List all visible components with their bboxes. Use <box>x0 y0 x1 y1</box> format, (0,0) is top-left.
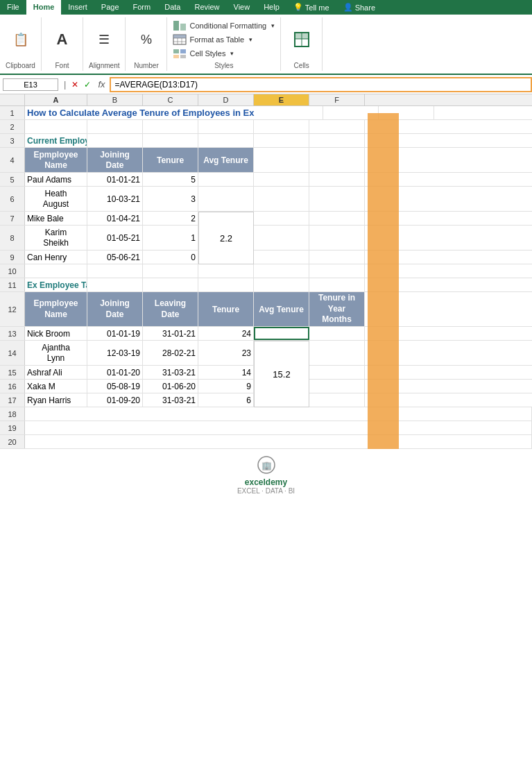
cell-a12[interactable]: EpmployeeName <box>25 292 87 326</box>
cell-a2[interactable] <box>25 120 87 133</box>
cell-f4[interactable] <box>309 148 365 172</box>
cell-e11[interactable] <box>254 278 309 291</box>
cell-b14[interactable]: 12-03-19 <box>87 341 143 365</box>
tab-data[interactable]: Data <box>157 0 187 15</box>
cell-a9[interactable]: Can Henry <box>25 251 87 264</box>
cell-b8[interactable]: 01-05-21 <box>87 226 143 250</box>
cell-d6[interactable] <box>198 187 254 211</box>
cell-c12[interactable]: LeavingDate <box>143 292 198 326</box>
cell-a7[interactable]: Mike Bale <box>25 212 87 225</box>
cell-f14[interactable] <box>309 341 365 365</box>
cell-e1[interactable] <box>323 106 379 119</box>
cell-b7[interactable]: 01-04-21 <box>87 212 143 225</box>
cells-button[interactable] <box>289 28 314 51</box>
cell-d12[interactable]: Tenure <box>198 292 254 326</box>
tab-file[interactable]: File <box>0 0 26 15</box>
cell-b12[interactable]: JoiningDate <box>87 292 143 326</box>
col-header-a[interactable]: A <box>25 94 87 105</box>
font-button[interactable]: A <box>50 28 75 51</box>
cell-c11[interactable] <box>143 278 198 291</box>
formula-cancel-icon[interactable]: ✕ <box>69 80 81 90</box>
tab-form[interactable]: Form <box>126 0 158 15</box>
cell-f1[interactable] <box>379 106 434 119</box>
tab-page[interactable]: Page <box>94 0 126 15</box>
cell-reference-input[interactable] <box>3 78 58 91</box>
cell-a17[interactable]: Ryan Harris <box>25 393 87 407</box>
cell-a6[interactable]: HeathAugust <box>25 187 87 211</box>
cell-d16[interactable]: 9 <box>198 380 254 393</box>
cell-b6[interactable]: 10-03-21 <box>87 187 143 211</box>
cell-b9[interactable]: 05-06-21 <box>87 251 143 264</box>
cell-c8[interactable]: 1 <box>143 226 198 250</box>
tab-tell-me[interactable]: 💡 Tell me <box>286 0 336 15</box>
cell-d2[interactable] <box>198 120 254 133</box>
cell-c5[interactable]: 5 <box>143 173 198 186</box>
cell-f13[interactable] <box>309 327 365 340</box>
cell-b16[interactable]: 05-08-19 <box>87 380 143 393</box>
cell-b2[interactable] <box>87 120 143 133</box>
cell-e7[interactable] <box>254 212 309 225</box>
cell-e4[interactable] <box>254 148 309 172</box>
cell-f9[interactable] <box>309 251 365 264</box>
cell-c16[interactable]: 01-06-20 <box>143 380 198 393</box>
tab-share[interactable]: 👤 Share <box>336 0 382 15</box>
cell-f8[interactable] <box>309 226 365 250</box>
cell-b11[interactable] <box>87 278 143 291</box>
cell-e3[interactable] <box>254 134 309 147</box>
cell-b17[interactable]: 01-09-20 <box>87 393 143 407</box>
format-as-table-btn[interactable]: Format as Table ▾ <box>173 33 275 46</box>
cell-c7[interactable]: 2 <box>143 212 198 225</box>
cell-f2[interactable] <box>309 120 365 133</box>
cell-a11[interactable]: Ex Employee Table <box>25 278 87 291</box>
cell-d11[interactable] <box>198 278 254 291</box>
cell-d17[interactable]: 6 <box>198 393 254 407</box>
cell-b10[interactable] <box>87 264 143 278</box>
cell-a10[interactable] <box>25 264 87 278</box>
cell-b13[interactable]: 01-01-19 <box>87 327 143 340</box>
col-header-f[interactable]: F <box>309 94 365 105</box>
cell-f5[interactable] <box>309 173 365 186</box>
cell-b4[interactable]: JoiningDate <box>87 148 143 172</box>
cell-a14[interactable]: AjanthaLynn <box>25 341 87 365</box>
cell-d5[interactable] <box>198 173 254 186</box>
cell-a3[interactable]: Current Employee Table <box>25 134 87 147</box>
cell-b5[interactable]: 01-01-21 <box>87 173 143 186</box>
cell-e12[interactable]: Avg Tenure <box>254 292 309 326</box>
alignment-button[interactable]: ☰ <box>92 28 117 51</box>
cell-c17[interactable]: 31-03-21 <box>143 393 198 407</box>
cell-f11[interactable] <box>309 278 365 291</box>
cell-f7[interactable] <box>309 212 365 225</box>
cell-d4[interactable]: Avg Tenure <box>198 148 254 172</box>
tab-insert[interactable]: Insert <box>61 0 94 15</box>
cell-e6[interactable] <box>254 187 309 211</box>
col-header-c[interactable]: C <box>143 94 198 105</box>
cell-e10[interactable] <box>254 264 309 278</box>
cell-d3[interactable] <box>198 134 254 147</box>
cell-c4[interactable]: Tenure <box>143 148 198 172</box>
tab-view[interactable]: View <box>227 0 257 15</box>
cell-a8[interactable]: KarimSheikh <box>25 226 87 250</box>
cell-c2[interactable] <box>143 120 198 133</box>
cell-empty-20[interactable] <box>25 435 532 448</box>
cell-c6[interactable]: 3 <box>143 187 198 211</box>
cell-e8[interactable] <box>254 226 309 250</box>
cell-b15[interactable]: 01-01-20 <box>87 366 143 379</box>
tab-review[interactable]: Review <box>187 0 226 15</box>
cell-c3[interactable] <box>143 134 198 147</box>
cell-empty-19[interactable] <box>25 421 532 434</box>
col-header-d[interactable]: D <box>198 94 254 105</box>
cell-d14[interactable]: 23 <box>198 341 254 365</box>
clipboard-button[interactable]: 📋 <box>8 28 33 51</box>
cell-d10[interactable] <box>198 264 254 278</box>
cell-e5[interactable] <box>254 173 309 186</box>
tab-home[interactable]: Home <box>26 0 62 15</box>
cell-f17[interactable] <box>309 393 365 407</box>
conditional-formatting-btn[interactable]: Conditional Formatting ▾ <box>173 19 275 33</box>
cell-d13[interactable]: 24 <box>198 327 254 340</box>
cell-d15[interactable]: 14 <box>198 366 254 379</box>
cell-c13[interactable]: 31-01-21 <box>143 327 198 340</box>
cell-f12[interactable]: Tenure inYearMonths <box>309 292 365 326</box>
cell-e2[interactable] <box>254 120 309 133</box>
cell-c15[interactable]: 31-03-21 <box>143 366 198 379</box>
cell-e9[interactable] <box>254 251 309 264</box>
